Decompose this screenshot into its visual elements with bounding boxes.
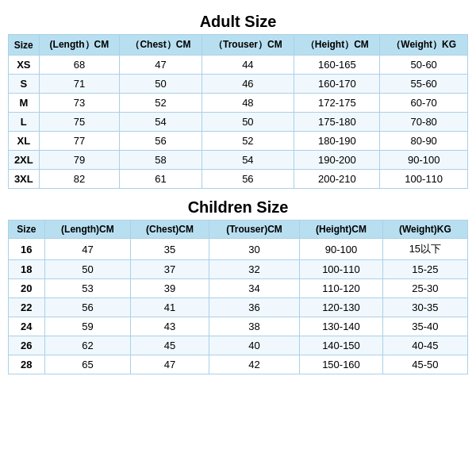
children-table-cell: 20 [9, 279, 45, 298]
children-table-cell: 30 [209, 239, 299, 260]
children-table-cell: 62 [44, 336, 130, 355]
children-header-cell: (Trouser)CM [209, 221, 299, 239]
children-table-cell: 53 [44, 279, 130, 298]
children-header-cell: (Weight)KG [382, 221, 467, 239]
adult-header-cell: （Weight）KG [380, 35, 468, 56]
adult-table-cell: 52 [120, 94, 202, 113]
children-table-cell: 140-150 [300, 336, 383, 355]
adult-table-cell: 60-70 [380, 94, 468, 113]
adult-table-cell: 50 [120, 75, 202, 94]
adult-table-row: 3XL826156200-210100-110 [9, 170, 468, 189]
adult-table-cell: M [9, 94, 40, 113]
adult-table-row: XL775652180-19080-90 [9, 132, 468, 151]
children-size-table: Size(Length)CM(Chest)CM(Trouser)CM(Heigh… [8, 220, 468, 374]
children-table-row: 24594338130-14035-40 [9, 317, 468, 336]
children-table-cell: 25-30 [382, 279, 467, 298]
children-table-cell: 65 [44, 355, 130, 374]
children-table-row: 20533934110-12025-30 [9, 279, 468, 298]
adult-table-cell: 77 [39, 132, 120, 151]
adult-table-cell: L [9, 113, 40, 132]
adult-table-cell: 79 [39, 151, 120, 170]
children-table-cell: 43 [131, 317, 209, 336]
children-table-cell: 120-130 [300, 298, 383, 317]
children-table-row: 26624540140-15040-45 [9, 336, 468, 355]
children-table-cell: 56 [44, 298, 130, 317]
children-table-cell: 15以下 [382, 239, 467, 260]
adult-table-cell: 172-175 [294, 94, 380, 113]
adult-table-cell: XL [9, 132, 40, 151]
children-table-cell: 26 [9, 336, 45, 355]
adult-table-cell: 180-190 [294, 132, 380, 151]
children-header-cell: (Length)CM [44, 221, 130, 239]
children-table-cell: 47 [44, 239, 130, 260]
adult-header-cell: （Trouser）CM [202, 35, 294, 56]
children-size-title: Children Size [188, 198, 289, 217]
children-header-cell: (Height)CM [300, 221, 383, 239]
children-table-row: 1647353090-10015以下 [9, 239, 468, 260]
adult-table-cell: 2XL [9, 151, 40, 170]
children-table-cell: 16 [9, 239, 45, 260]
adult-header-cell: Size [9, 35, 40, 56]
adult-header-cell: (Length）CM [39, 35, 120, 56]
children-table-cell: 38 [209, 317, 299, 336]
adult-table-cell: 200-210 [294, 170, 380, 189]
children-table-cell: 37 [131, 260, 209, 279]
children-table-cell: 42 [209, 355, 299, 374]
adult-table-cell: 80-90 [380, 132, 468, 151]
adult-header-cell: （Height）CM [294, 35, 380, 56]
adult-table-cell: 82 [39, 170, 120, 189]
adult-size-title: Adult Size [200, 13, 277, 31]
adult-table-cell: 73 [39, 94, 120, 113]
adult-table-cell: 71 [39, 75, 120, 94]
adult-table-cell: 55-60 [380, 75, 468, 94]
children-header-cell: (Chest)CM [131, 221, 209, 239]
children-table-cell: 34 [209, 279, 299, 298]
children-table-cell: 90-100 [300, 239, 383, 260]
adult-table-row: S715046160-17055-60 [9, 75, 468, 94]
children-table-cell: 35-40 [382, 317, 467, 336]
adult-table-cell: 56 [120, 132, 202, 151]
children-table-cell: 30-35 [382, 298, 467, 317]
adult-table-cell: 48 [202, 94, 294, 113]
adult-table-cell: 54 [202, 151, 294, 170]
children-table-cell: 40 [209, 336, 299, 355]
children-table-cell: 50 [44, 260, 130, 279]
adult-table-cell: 50-60 [380, 56, 468, 75]
children-table-cell: 40-45 [382, 336, 467, 355]
children-table-row: 22564136120-13030-35 [9, 298, 468, 317]
adult-table-cell: 47 [120, 56, 202, 75]
children-table-cell: 36 [209, 298, 299, 317]
children-table-cell: 47 [131, 355, 209, 374]
adult-table-row: M735248172-17560-70 [9, 94, 468, 113]
children-table-row: 18503732100-11015-25 [9, 260, 468, 279]
children-table-cell: 28 [9, 355, 45, 374]
children-table-cell: 24 [9, 317, 45, 336]
adult-table-cell: 58 [120, 151, 202, 170]
children-header-cell: Size [9, 221, 45, 239]
children-table-cell: 45-50 [382, 355, 467, 374]
adult-table-cell: 160-165 [294, 56, 380, 75]
adult-table-cell: XS [9, 56, 40, 75]
adult-table-cell: 52 [202, 132, 294, 151]
children-table-cell: 45 [131, 336, 209, 355]
children-table-cell: 110-120 [300, 279, 383, 298]
adult-table-cell: 46 [202, 75, 294, 94]
adult-table-cell: 175-180 [294, 113, 380, 132]
adult-table-cell: 56 [202, 170, 294, 189]
children-table-cell: 41 [131, 298, 209, 317]
adult-table-cell: 160-170 [294, 75, 380, 94]
adult-table-row: L755450175-18070-80 [9, 113, 468, 132]
children-table-cell: 130-140 [300, 317, 383, 336]
children-table-cell: 100-110 [300, 260, 383, 279]
children-table-cell: 39 [131, 279, 209, 298]
children-table-cell: 59 [44, 317, 130, 336]
children-table-cell: 15-25 [382, 260, 467, 279]
adult-table-cell: S [9, 75, 40, 94]
adult-table-row: 2XL795854190-20090-100 [9, 151, 468, 170]
children-table-cell: 18 [9, 260, 45, 279]
adult-table-row: XS684744160-16550-60 [9, 56, 468, 75]
children-table-cell: 35 [131, 239, 209, 260]
children-table-cell: 150-160 [300, 355, 383, 374]
adult-table-cell: 44 [202, 56, 294, 75]
adult-table-cell: 3XL [9, 170, 40, 189]
